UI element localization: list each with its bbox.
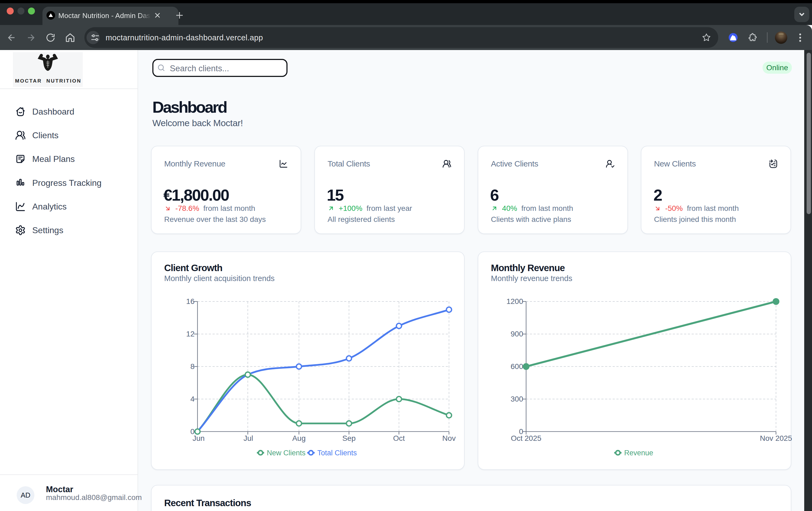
svg-text:12: 12 [186,330,195,338]
svg-text:Sep: Sep [342,434,356,442]
svg-text:Oct: Oct [393,434,405,442]
svg-text:Oct 2025: Oct 2025 [511,434,542,442]
svg-text:New Clients: New Clients [267,449,306,457]
svg-text:Jun: Jun [193,434,204,442]
svg-text:300: 300 [511,395,523,403]
svg-text:Nov 2025: Nov 2025 [760,434,792,442]
svg-text:16: 16 [186,297,195,305]
svg-text:600: 600 [511,362,523,371]
svg-text:Total Clients: Total Clients [317,449,357,457]
svg-text:900: 900 [511,330,523,338]
svg-text:Nov: Nov [442,434,456,442]
svg-text:Jul: Jul [243,434,253,442]
svg-text:8: 8 [190,362,195,371]
svg-text:Revenue: Revenue [624,449,653,457]
svg-text:Aug: Aug [292,434,306,442]
svg-text:4: 4 [190,395,195,403]
svg-text:1200: 1200 [506,297,523,305]
